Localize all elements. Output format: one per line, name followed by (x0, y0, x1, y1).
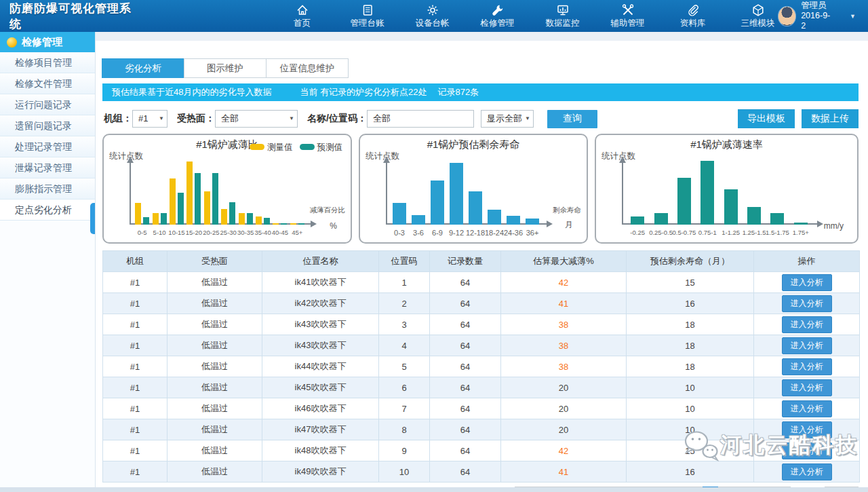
user-box[interactable]: 管理员 2016-9-2 ▼ (778, 1, 856, 31)
x-tick-label: 0.5-0.75 (673, 225, 696, 240)
cell-life: 18 (627, 314, 754, 335)
enter-analysis-button[interactable]: 进入分析 (782, 421, 832, 438)
cell-code: 4 (379, 335, 430, 356)
legend-swatch (300, 144, 315, 150)
tab-1[interactable]: 劣化分析 (102, 58, 184, 78)
cell-name: ik43吹吹器下 (262, 335, 379, 356)
enter-analysis-button[interactable]: 进入分析 (782, 442, 832, 459)
unit-select[interactable]: #1▼ (132, 110, 167, 128)
top-strip (96, 32, 868, 41)
cell-max_thinning: 38 (501, 356, 627, 377)
info-bar: 预估结果基于近48月内的的劣化导入数据当前 有记录的炉劣化分析点22处记录872… (102, 83, 859, 101)
x-axis-label: 减薄百分比 (310, 206, 346, 215)
paperclip-icon (686, 3, 700, 17)
chevron-down-icon: ▼ (525, 111, 530, 127)
bar (212, 173, 218, 225)
sidebar-item-7[interactable]: 膨胀指示管理 (0, 178, 95, 200)
cell-max_thinning: 38 (501, 314, 627, 335)
cell-action: 进入分析 (754, 335, 860, 356)
cell-unit: #1 (103, 377, 167, 398)
ledger-icon (361, 3, 374, 17)
name-label: 名称/位置码： (307, 113, 367, 125)
surface-select[interactable]: 全部▼ (215, 110, 298, 128)
cell-records: 64 (430, 335, 501, 356)
enter-analysis-button[interactable]: 进入分析 (782, 337, 832, 354)
bar (747, 207, 761, 225)
x-tick-label: 40-45 (272, 225, 288, 240)
y-axis (130, 162, 131, 225)
sidebar-item-8[interactable]: 定点劣化分析 (0, 200, 95, 221)
sidebar-item-2[interactable]: 检修文件管理 (0, 73, 95, 94)
cell-records: 64 (430, 272, 501, 293)
cell-surface: 低温过 (167, 335, 262, 356)
nav-item-8[interactable]: 三维模块 (738, 3, 778, 29)
cell-surface: 低温过 (167, 398, 262, 419)
enter-analysis-button[interactable]: 进入分析 (782, 295, 832, 312)
sidebar-item-4[interactable]: 遗留问题记录 (0, 115, 95, 136)
sidebar-item-5[interactable]: 处理记录管理 (0, 136, 95, 157)
display-select[interactable]: 显示全部▼ (481, 110, 534, 128)
user-caret-icon[interactable]: ▼ (850, 13, 856, 20)
x-axis-unit: 月 (565, 219, 573, 231)
nav-item-2[interactable]: 管理台账 (348, 3, 387, 29)
nav-item-4[interactable]: 检修管理 (478, 3, 517, 29)
user-meta: 管理员 2016-9-2 (801, 1, 832, 31)
bar (507, 216, 520, 225)
nav-item-7[interactable]: 资料库 (673, 3, 713, 29)
y-axis-arrow-icon (383, 157, 390, 163)
cell-max_thinning: 20 (501, 419, 627, 440)
top-navbar: 防磨防爆可视化管理系统 首页管理台账设备台帐检修管理数据监控辅助管理资料库三维模… (0, 0, 868, 32)
legend-swatch (250, 144, 264, 150)
cell-surface: 低温过 (167, 356, 262, 377)
cell-surface: 低温过 (167, 272, 262, 293)
bar (186, 162, 193, 225)
enter-analysis-button[interactable]: 进入分析 (782, 400, 832, 417)
export-template-button[interactable]: 导出模板 (738, 109, 795, 128)
bar (724, 189, 738, 225)
sidebar-item-1[interactable]: 检修项目管理 (0, 52, 95, 73)
main-content: 劣化分析图示维护位置信息维护 预估结果基于近48月内的的劣化导入数据当前 有记录… (96, 32, 868, 487)
name-input[interactable] (367, 110, 474, 128)
cell-surface: 低温过 (167, 314, 262, 335)
search-button[interactable]: 查询 (547, 110, 597, 128)
table-row: #1低温过ik41吹吹器下1644215进入分析 (103, 272, 860, 293)
enter-analysis-button[interactable]: 进入分析 (782, 316, 832, 333)
tab-2[interactable]: 图示维护 (184, 58, 267, 78)
cell-action: 进入分析 (754, 293, 860, 314)
bar (204, 191, 210, 225)
x-tick-label: 9-12 (449, 225, 464, 240)
nav-item-5[interactable]: 数据监控 (543, 3, 583, 29)
sidebar-header[interactable]: 检修管理 (0, 32, 95, 52)
monitor-icon (556, 3, 570, 17)
user-date: 2016-9-2 (801, 11, 832, 31)
cell-name: ik49吹吹器下 (262, 461, 379, 482)
nav-item-label: 三维模块 (741, 18, 775, 29)
sidebar: 检修管理 检修项目管理检修文件管理运行问题记录遗留问题记录处理记录管理泄爆记录管… (0, 32, 96, 487)
bar (256, 216, 262, 225)
charts-row: #1锅炉减薄比测量值预测值 统计点数 减薄百分比 % 0-55-1010-151… (102, 134, 859, 244)
data-upload-button[interactable]: 数据上传 (802, 109, 859, 128)
chart-title: #1锅炉减薄速率 (601, 138, 852, 151)
cell-max_thinning: 41 (501, 461, 627, 482)
sidebar-item-6[interactable]: 泄爆记录管理 (0, 157, 95, 178)
bar (143, 217, 149, 225)
nav-item-3[interactable]: 设备台帐 (413, 3, 452, 29)
cell-unit: #1 (103, 272, 167, 293)
cell-records: 64 (430, 356, 501, 377)
nav-item-1[interactable]: 首页 (283, 3, 322, 29)
sidebar-item-3[interactable]: 运行问题记录 (0, 94, 95, 115)
chart-2: #1锅炉预估剩余寿命 统计点数 剩余寿命 月 0-33-66-99-1212-1… (359, 134, 588, 244)
enter-analysis-button[interactable]: 进入分析 (782, 463, 832, 480)
x-tick-label: 1.75+ (793, 225, 809, 240)
tab-3[interactable]: 位置信息维护 (266, 58, 349, 78)
enter-analysis-button[interactable]: 进入分析 (782, 358, 832, 375)
enter-analysis-button[interactable]: 进入分析 (782, 379, 832, 396)
bar (526, 219, 539, 225)
enter-analysis-button[interactable]: 进入分析 (782, 274, 832, 291)
nav-item-6[interactable]: 辅助管理 (608, 3, 648, 29)
cell-code: 10 (379, 461, 430, 482)
bar (264, 218, 270, 225)
x-tick-label: 18-24 (485, 225, 504, 240)
x-tick-label: 0.75-1 (698, 225, 717, 240)
y-axis-arrow-icon (127, 157, 134, 163)
